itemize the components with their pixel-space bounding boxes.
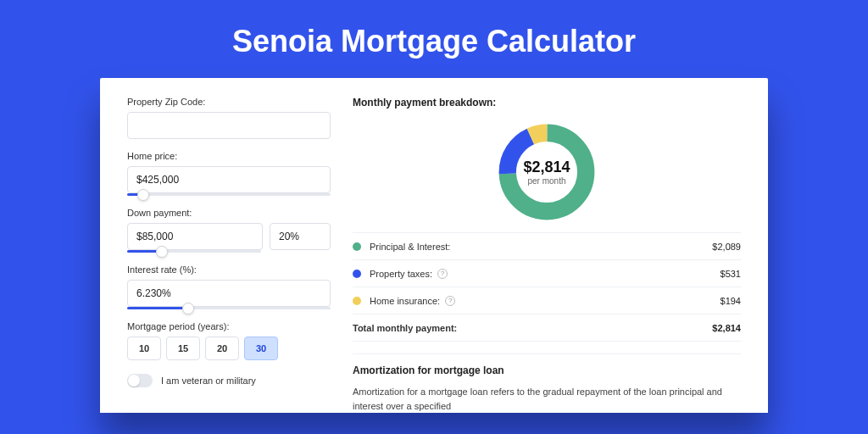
down-payment-field: Down payment: (127, 208, 331, 253)
period-btn-10[interactable]: 10 (127, 337, 161, 360)
donut-chart: $2,814 per month (495, 120, 598, 224)
form-panel: Property Zip Code: Home price: Down paym… (127, 97, 331, 413)
donut-center-value: $2,814 (523, 159, 570, 176)
breakdown-legend: Principal & Interest: $2,089 Property ta… (353, 232, 741, 342)
down-payment-input[interactable] (127, 223, 263, 250)
legend-row-insurance: Home insurance: ? $194 (353, 287, 741, 314)
mortgage-period-label: Mortgage period (years): (127, 321, 331, 331)
legend-value-total: $2,814 (712, 323, 741, 333)
legend-label-total: Total monthly payment: (353, 323, 712, 333)
zip-input[interactable] (127, 112, 331, 139)
donut-center: $2,814 per month (495, 120, 598, 224)
interest-rate-slider[interactable] (127, 307, 331, 309)
period-btn-30[interactable]: 30 (244, 337, 278, 360)
breakdown-title: Monthly payment breakdown: (353, 97, 741, 108)
legend-label-principal: Principal & Interest: (370, 242, 712, 252)
home-price-slider[interactable] (127, 193, 331, 196)
breakdown-panel: Monthly payment breakdown: $2,814 per mo… (353, 97, 741, 413)
home-price-input[interactable] (127, 166, 331, 193)
down-payment-slider[interactable] (127, 250, 261, 253)
veteran-row: I am veteran or military (127, 374, 331, 387)
amortization-title: Amortization for mortgage loan (353, 364, 741, 376)
legend-value-principal: $2,089 (712, 242, 741, 252)
veteran-toggle-label: I am veteran or military (161, 376, 256, 386)
legend-value-taxes: $531 (721, 269, 741, 279)
mortgage-period-group: 10 15 20 30 (127, 337, 331, 360)
down-payment-slider-thumb[interactable] (156, 246, 168, 258)
interest-rate-slider-fill (127, 307, 188, 309)
veteran-toggle-knob (128, 375, 140, 387)
legend-label-taxes-text: Property taxes: (370, 269, 432, 279)
home-price-slider-thumb[interactable] (137, 189, 149, 201)
calculator-card: Property Zip Code: Home price: Down paym… (100, 78, 768, 413)
legend-row-total: Total monthly payment: $2,814 (353, 314, 741, 342)
legend-row-taxes: Property taxes: ? $531 (353, 260, 741, 287)
interest-rate-input[interactable] (127, 280, 331, 307)
info-icon[interactable]: ? (445, 296, 455, 306)
legend-row-principal: Principal & Interest: $2,089 (353, 233, 741, 260)
home-price-label: Home price: (127, 151, 331, 161)
info-icon[interactable]: ? (437, 269, 448, 279)
legend-dot-insurance (353, 297, 361, 305)
page-title: Senoia Mortgage Calculator (0, 0, 868, 78)
amortization-section: Amortization for mortgage loan Amortizat… (353, 353, 741, 413)
interest-rate-field: Interest rate (%): (127, 264, 331, 309)
period-btn-20[interactable]: 20 (205, 337, 239, 360)
amortization-body: Amortization for a mortgage loan refers … (353, 385, 741, 413)
legend-dot-taxes (353, 270, 361, 278)
zip-field: Property Zip Code: (127, 97, 331, 139)
legend-label-insurance: Home insurance: ? (370, 296, 721, 306)
donut-chart-wrap: $2,814 per month (353, 115, 741, 232)
home-price-field: Home price: (127, 151, 331, 196)
zip-label: Property Zip Code: (127, 97, 331, 107)
down-payment-label: Down payment: (127, 208, 331, 218)
legend-dot-principal (353, 242, 361, 251)
legend-label-insurance-text: Home insurance: (370, 296, 440, 306)
interest-rate-label: Interest rate (%): (127, 264, 331, 275)
mortgage-period-field: Mortgage period (years): 10 15 20 30 (127, 321, 331, 360)
legend-value-insurance: $194 (721, 296, 741, 306)
legend-label-taxes: Property taxes: ? (370, 269, 721, 279)
interest-rate-slider-thumb[interactable] (182, 303, 194, 314)
donut-center-sub: per month (527, 176, 565, 186)
period-btn-15[interactable]: 15 (166, 337, 200, 360)
veteran-toggle[interactable] (127, 374, 153, 387)
down-payment-pct-input[interactable] (270, 223, 331, 250)
